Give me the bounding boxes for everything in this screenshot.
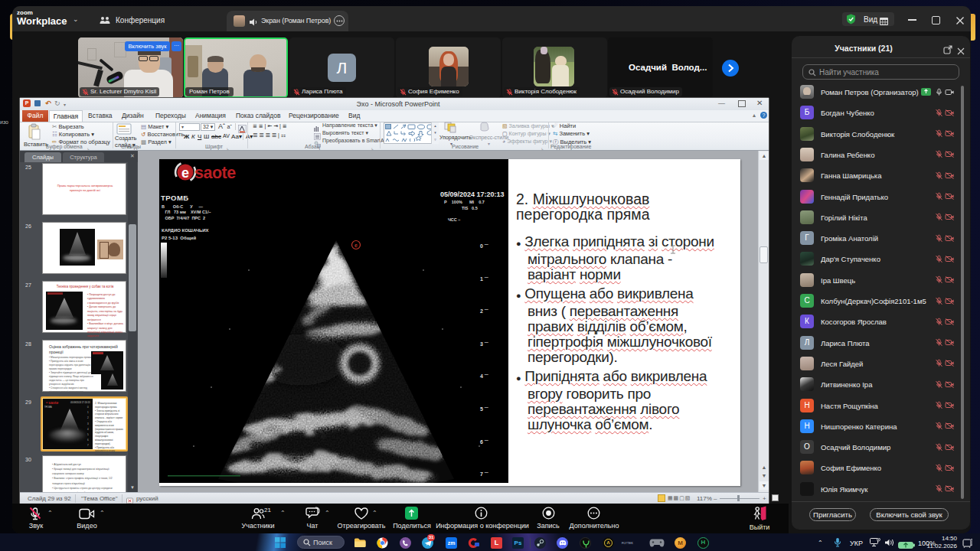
svg-text:e: e [354, 243, 358, 248]
